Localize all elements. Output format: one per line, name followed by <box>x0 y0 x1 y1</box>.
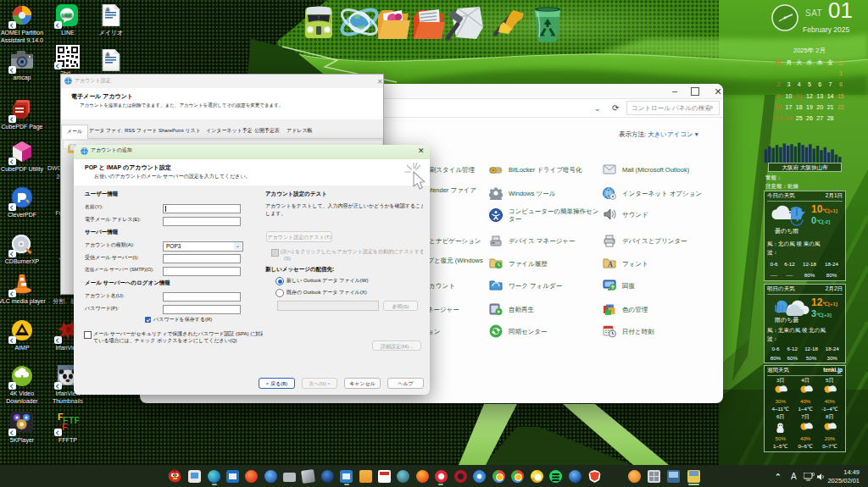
svg-text:A: A <box>106 7 109 12</box>
svg-text:A: A <box>106 52 109 57</box>
svg-text:LINE: LINE <box>62 13 73 18</box>
svg-text:F: F <box>62 422 68 432</box>
svg-text:A: A <box>608 261 613 268</box>
